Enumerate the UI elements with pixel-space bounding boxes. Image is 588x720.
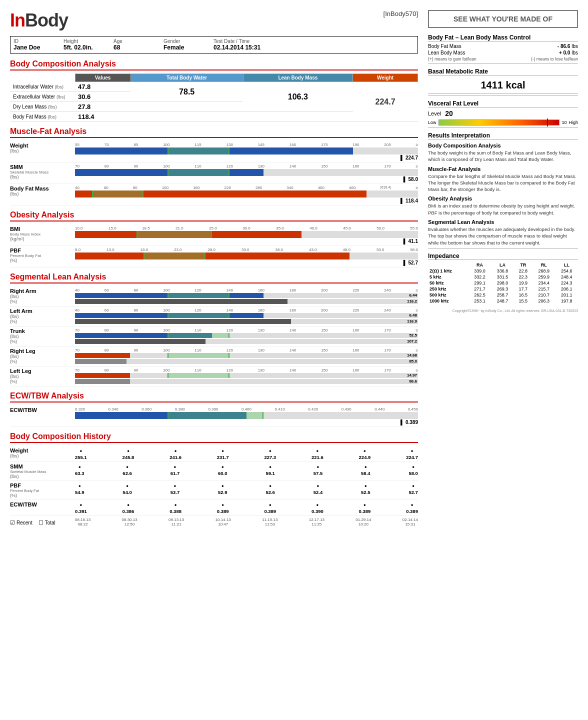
sla-left-leg: Left Leg (lbs)(%) 7080901001101201301401… [10,366,418,386]
impedance-row: 50 kHz299.1298.019.9234.4224.3 [428,280,578,286]
footnote: Copyright©1996~ by InBody Co., Ltd. All … [428,309,578,312]
ri-oa-text: BMI is an index used to determine obesit… [428,202,578,216]
id-label: ID [14,38,54,44]
impedance-row: 1000 kHz253.1248.715.5206.3197.8 [428,298,578,304]
col-values: Values [75,74,130,82]
bmr-title: Basal Metabolic Rate [428,68,578,76]
recent-checkbox[interactable]: ☑ Recent [10,520,32,526]
history-dates-row: ☑ Recent ☐ Total 08.16.1308:22 08.30.131… [10,516,418,528]
sla-right-leg: Right Leg (lbs)(%) 708090100110120130140… [10,346,418,366]
id-value: Jane Doe [14,44,54,51]
lbm-label: Lean Body Mass [428,50,466,56]
gender-value: Female [164,44,204,51]
gender-label: Gender [164,38,204,44]
bfm-sign: - [558,44,559,49]
vfa-level-val: 20 [445,110,453,118]
history-pbf-row: PBF Percent Body Fat (%) •54.9 •54.0 •53… [10,481,418,500]
impedance-row: 500 kHz262.5258.716.5210.7201.1 [428,292,578,298]
testdate-value: 02.14.2014 15:31 [214,44,260,51]
ri-mfa-title: Muscle-Fat Analysis [428,166,578,172]
lbm-value: 0.0 [564,50,570,56]
sla-left-arm: Left Arm (lbs)(%) 4060801001201401601802… [10,306,418,326]
ri-bca-title: Body Composition Analysis [428,142,578,148]
obesity-bmi-row: BMI Body Mass Index (kg/m²) 10.015.018.5… [10,224,418,246]
mfa-title: Muscle-Fat Analysis [10,127,418,138]
impedance-table: RALATRRLLL Z(Ω) 1 kHz339.0336.822.8268.9… [428,262,578,304]
logo: InBody [10,10,68,31]
obesity-pbf-row: PBF Percent Body Fat (%) 8.013.018.023.0… [10,246,418,268]
mfa-bfm-row: Body Fat Mass (lbs) 40608010016022028034… [10,184,418,206]
bca-table: Values Total Body Water Lean Body Mass W… [10,74,418,122]
sla-trunk: Trunk (lbs)(%) 7080901001101201301401501… [10,326,418,346]
mfa-smm-row: SMM Skeletal Muscle Mass (lbs) 708090100… [10,162,418,184]
gain-note: (+) means to gain fat/lean [428,56,476,62]
bmr-value: 1411 kcal [428,78,578,94]
patient-info: ID Jane Doe Height 5ft. 02.0in. Age 68 G… [10,36,418,54]
ecw-title: ECW/TBW Analysis [10,392,418,402]
total-checkbox[interactable]: ☐ Total [38,520,56,526]
col-lbm: Lean Body Mass [243,74,352,82]
height-label: Height [64,38,104,44]
ri-sla-title: Segmental Lean Analysis [428,219,578,225]
ri-bca-text: The body weight is the sum of Body Fat M… [428,150,578,163]
model-tag: [InBody570] [384,10,418,18]
col-tbw: Total Body Water [130,74,243,82]
ri-oa-title: Obesity Analysis [428,196,578,202]
bfm-label: Body Fat Mass [428,44,462,49]
sla-title: Segmental Lean Analysis [10,272,418,284]
bfm-value: 86.6 [560,44,570,49]
bflbm-title: Body Fat – Lean Body Mass Control [428,34,578,42]
age-value: 68 [114,44,154,51]
right-panel: SEE WHAT YOU'RE MADE OF Body Fat – Lean … [423,10,578,528]
vfa-level-label: Level [428,110,441,116]
history-title: Body Composition History [10,432,418,443]
vfa-low: Low [428,120,436,125]
ri-title: Results Interpretation [428,132,578,140]
bca-title: Body Composition Analysis [10,60,418,70]
see-what-banner: SEE WHAT YOU'RE MADE OF [428,10,578,28]
height-value: 5ft. 02.0in. [64,44,104,51]
header: InBody [InBody570] [10,10,418,31]
age-label: Age [114,38,154,44]
vfa-num: 10 [562,120,566,125]
obesity-title: Obesity Analysis [10,210,418,222]
history-ecw-row: ECW/TBW •0.391 •0.386 •0.388 •0.389 •0.3… [10,500,418,516]
ecw-row: ECW/TBW 0.3200.3400.3600.3800.3900.4000.… [10,406,418,427]
history-weight-row: Weight (lbs) •255.1 •245.8 •241.6 •231.7… [10,446,418,462]
impedance-row: Z(Ω) 1 kHz339.0336.822.8268.9254.6 [428,268,578,274]
sla-right-arm: Right Arm (lbs)(%) 406080100120140160180… [10,286,418,306]
ri-mfa-text: Compare the bar lengths of Skeletal Musc… [428,173,578,193]
history-smm-row: SMM Skeletal Muscle Mass (lbs) •63.3 •62… [10,462,418,481]
vfa-title: Visceral Fat Level [428,100,578,108]
vfa-high: High [568,120,578,125]
lose-note: (-) means to lose fat/lean [531,56,578,62]
lbm-sign: + [559,50,562,56]
table-row: Intracellular Water (lbs) 47.8 78.5 106.… [10,82,418,92]
impedance-row: 5 kHz332.2331.522.3259.9248.4 [428,274,578,280]
col-wt: Weight [353,74,418,82]
impedance-row: 250 kHz271.7269.317.7215.7206.1 [428,286,578,292]
mfa-weight-row: Weight (lbs) 557085100115130145160175190… [10,141,418,162]
ri-sla-text: Evaluates whether the muscles are adequa… [428,226,578,246]
impedance-title: Impedance [428,252,578,260]
testdate-label: Test Date / Time [214,38,260,44]
